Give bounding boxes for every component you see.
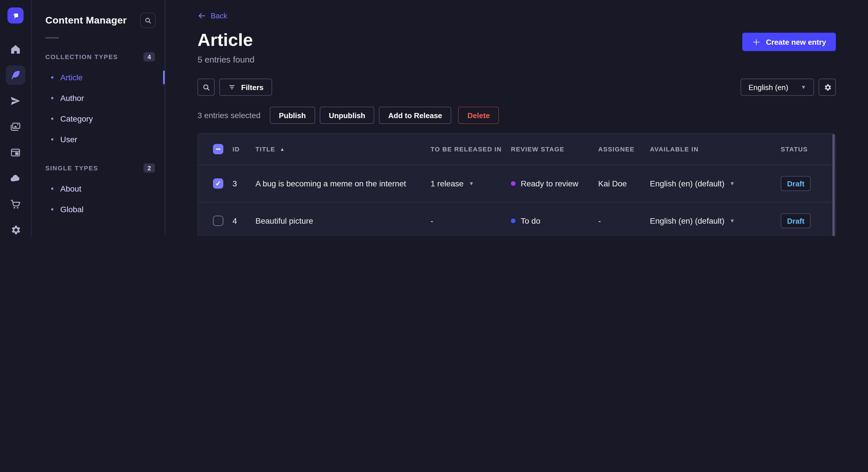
add-to-release-button[interactable]: Add to Release: [379, 107, 451, 124]
chevron-down-icon: ▼: [801, 85, 806, 90]
sidebar-item-label: About: [60, 184, 81, 193]
table-body: 3 A bug is becoming a meme on the intern…: [198, 165, 835, 236]
column-header-review-stage[interactable]: REVIEW STAGE: [511, 146, 598, 153]
locale-select[interactable]: English (en) ▼: [740, 78, 814, 96]
column-header-id[interactable]: ID: [232, 146, 255, 153]
sidebar-item-label: Category: [60, 114, 93, 123]
page-title: Article: [197, 30, 836, 50]
sort-ascending-icon[interactable]: ▲: [280, 146, 285, 152]
stage-dot-icon: [511, 181, 516, 186]
sidebar-item-article[interactable]: Article: [32, 67, 165, 88]
bullet-icon: [51, 188, 53, 190]
cell-id: 4: [232, 216, 255, 225]
selection-actions: PublishUnpublishAdd to ReleaseDelete: [270, 107, 499, 124]
filter-icon: [228, 83, 236, 91]
cell-assignee: Kai Doe: [598, 179, 650, 188]
home-icon[interactable]: [6, 40, 25, 59]
cell-status: Draft: [781, 213, 835, 228]
sidebar-item-label: Global: [60, 205, 84, 214]
content-type-builder-icon[interactable]: [6, 143, 25, 162]
select-all-checkbox[interactable]: [213, 144, 223, 154]
section-label: COLLECTION TYPES: [45, 53, 118, 60]
table-row[interactable]: 4 Beautiful picture - ▼ To do - English …: [198, 202, 835, 236]
table-header-row: ID TITLE ▲ TO BE RELEASED IN REVIEW STAG…: [198, 134, 835, 165]
selection-summary: 3 entries selected: [197, 111, 260, 120]
status-badge: Draft: [781, 213, 811, 228]
sidebar-search-button[interactable]: [140, 12, 156, 28]
entries-table: ID TITLE ▲ TO BE RELEASED IN REVIEW STAG…: [197, 133, 836, 236]
sidebar-title: Content Manager: [45, 14, 127, 26]
sidebar-item-global[interactable]: Global: [32, 199, 165, 220]
releases-icon[interactable]: [6, 91, 25, 111]
create-new-entry-button[interactable]: Create new entry: [742, 33, 836, 51]
column-header-to-be-released-in[interactable]: TO BE RELEASED IN: [431, 146, 511, 153]
main-content: Back Article 5 entries found Create new …: [165, 0, 868, 236]
cell-title: A bug is becoming a meme on the internet: [255, 179, 431, 188]
table-scrollbar[interactable]: [832, 134, 835, 236]
chevron-down-icon[interactable]: ▼: [469, 181, 474, 186]
gear-icon: [823, 83, 832, 92]
stage-dot-icon: [511, 218, 516, 223]
cell-title: Beautiful picture: [255, 216, 431, 225]
back-link[interactable]: Back: [197, 11, 227, 20]
cell-assignee: -: [598, 216, 650, 225]
cell-review-stage: To do: [511, 216, 598, 225]
cell-release[interactable]: 1 release ▼: [431, 179, 511, 188]
strapi-logo-icon: [7, 7, 24, 24]
section-label: SINGLE TYPES: [45, 165, 98, 171]
unpublish-button[interactable]: Unpublish: [319, 107, 374, 124]
sidebar-item-user[interactable]: User: [32, 129, 165, 150]
column-header-title[interactable]: TITLE ▲: [255, 146, 431, 153]
section-count-badge: 4: [144, 52, 155, 61]
arrow-left-icon: [197, 11, 206, 20]
sidebar-item-category[interactable]: Category: [32, 108, 165, 129]
media-library-icon[interactable]: [6, 117, 25, 136]
chevron-down-icon[interactable]: ▼: [730, 218, 735, 224]
cloud-icon[interactable]: [6, 169, 25, 188]
row-checkbox[interactable]: [213, 178, 223, 189]
nav-rail: KD: [0, 0, 32, 236]
section-item-list: Article Author Category User: [32, 67, 165, 150]
bullet-icon: [51, 138, 53, 140]
status-badge: Draft: [781, 176, 811, 191]
column-header-available-in[interactable]: AVAILABLE IN: [650, 146, 781, 153]
cell-id: 3: [232, 179, 255, 188]
marketplace-icon[interactable]: [6, 194, 25, 214]
selection-bar: 3 entries selected PublishUnpublishAdd t…: [165, 107, 868, 124]
row-checkbox[interactable]: [213, 216, 223, 226]
column-header-assignee[interactable]: ASSIGNEE: [598, 146, 650, 153]
cell-status: Draft: [781, 176, 835, 191]
list-toolbar: Filters English (en) ▼: [165, 78, 868, 96]
table-row[interactable]: 3 A bug is becoming a meme on the intern…: [198, 165, 835, 202]
section-item-list: About Global: [32, 178, 165, 220]
settings-icon[interactable]: [6, 220, 25, 236]
filters-button[interactable]: Filters: [219, 78, 272, 96]
single-types-section: SINGLE TYPES 2 About Global: [32, 162, 165, 220]
view-settings-button[interactable]: [818, 78, 836, 96]
cell-available-in[interactable]: English (en) (default) ▼: [650, 179, 781, 188]
column-header-status[interactable]: STATUS: [781, 146, 835, 153]
bullet-icon: [51, 76, 53, 78]
content-manager-icon[interactable]: [6, 65, 25, 85]
section-count-badge: 2: [144, 164, 155, 173]
cell-review-stage: Ready to review: [511, 179, 598, 188]
plus-icon: [752, 38, 761, 46]
chevron-down-icon[interactable]: ▼: [730, 181, 735, 186]
app-window: KD Content Manager COLLECTION TYPES 4 Ar…: [0, 0, 868, 236]
sidebar-item-label: User: [60, 135, 77, 144]
delete-button[interactable]: Delete: [458, 107, 499, 124]
sidebar-item-about[interactable]: About: [32, 178, 165, 199]
sidebar-item-label: Author: [60, 94, 84, 103]
cell-available-in[interactable]: English (en) (default) ▼: [650, 216, 781, 225]
collection-types-section: COLLECTION TYPES 4 Article Author Catego…: [32, 51, 165, 150]
sidebar-item-author[interactable]: Author: [32, 88, 165, 108]
sidebar-divider: [45, 37, 59, 38]
search-button[interactable]: [197, 78, 215, 96]
rail-icon-list: [6, 40, 25, 236]
publish-button[interactable]: Publish: [270, 107, 315, 124]
search-icon: [202, 83, 210, 92]
bullet-icon: [51, 117, 53, 120]
cell-release[interactable]: - ▼: [431, 216, 511, 225]
entries-count: 5 entries found: [197, 55, 836, 64]
search-icon: [144, 16, 152, 24]
